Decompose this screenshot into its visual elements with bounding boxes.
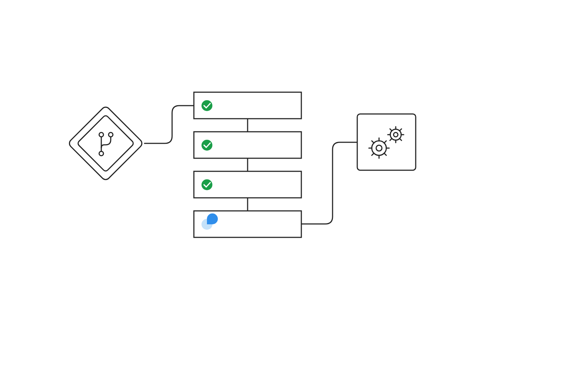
pipeline-step <box>194 171 301 198</box>
pipeline-step <box>194 92 301 119</box>
pipeline-diagram <box>0 0 570 392</box>
svg-point-7 <box>201 100 212 111</box>
check-circle-icon <box>201 140 212 151</box>
source-node <box>68 105 143 181</box>
svg-point-9 <box>201 140 212 151</box>
destination-node <box>357 114 416 170</box>
connector-source-to-step1 <box>144 106 194 143</box>
check-circle-icon <box>201 100 212 111</box>
svg-rect-14 <box>357 114 416 170</box>
pipeline-step <box>194 211 301 237</box>
svg-point-11 <box>201 179 212 190</box>
svg-rect-0 <box>68 105 143 181</box>
check-circle-icon <box>201 179 212 190</box>
connector-step4-to-destination <box>301 142 357 224</box>
pipeline-step <box>194 132 301 158</box>
